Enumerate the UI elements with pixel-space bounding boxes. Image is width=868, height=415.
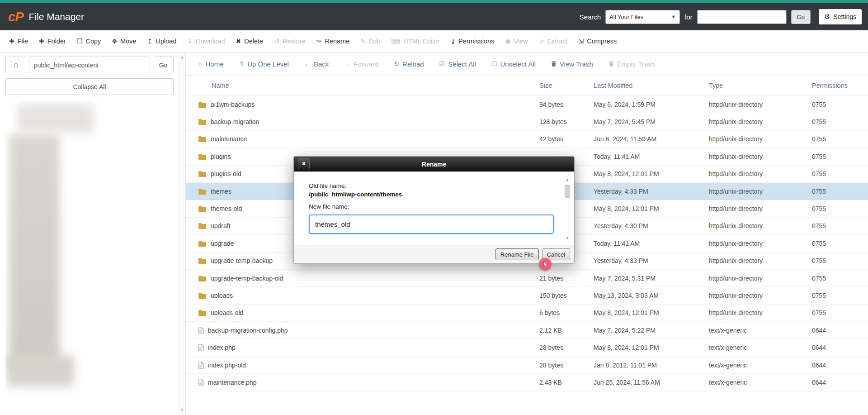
file-type: httpd/unix-directory (709, 222, 812, 229)
file-name-cell: maintenance (198, 135, 539, 143)
toolbar-button-html-editor[interactable]: ⌨ HTML Editor (386, 34, 445, 48)
collapse-all-button[interactable]: Collapse All (5, 78, 174, 95)
toolbar-button-delete[interactable]: ✖ Delete (231, 34, 269, 48)
file-permissions: 0644 (812, 379, 868, 386)
toolbar-button-file[interactable]: ✚ File (4, 34, 33, 48)
file-modified: May 6, 2024, 1:59 PM (594, 101, 709, 108)
file-modified: May 8, 2024, 12:01 PM (594, 205, 709, 212)
column-header-last-modified[interactable]: Last Modified (594, 82, 709, 89)
table-row[interactable]: index.php 28 bytes May 8, 2024, 12:01 PM… (186, 339, 868, 356)
toolbar-button-move[interactable]: ✥ Move (106, 34, 142, 48)
reload-icon: ↻ (394, 61, 399, 67)
nav-link-reload[interactable]: ↻ Reload (394, 60, 424, 68)
nav-link-unselect-all[interactable]: ☐ Unselect All (491, 60, 536, 68)
file-name: backup-migration-config.php (208, 327, 288, 334)
scroll-up-icon[interactable]: ▲ (179, 55, 185, 59)
nav-label: Up One Level (247, 60, 289, 68)
column-header-name[interactable]: Name (212, 82, 539, 89)
file-icon (198, 379, 204, 386)
nav-link-up-one-level[interactable]: ⇧ Up One Level (239, 60, 288, 68)
folder-icon (198, 223, 207, 229)
toolbar-button-edit[interactable]: ✎ Edit (355, 34, 386, 48)
file-permissions: 0644 (812, 327, 868, 334)
toolbar-button-rename[interactable]: ✑ Rename (311, 34, 355, 48)
rename-dialog-body: Old file name: /public_html/wp-content/t… (294, 172, 574, 245)
toolbar-button-folder[interactable]: ✚ Folder (33, 34, 71, 48)
file-type: httpd/unix-directory (709, 292, 812, 299)
home-icon: ⌂ (14, 60, 19, 69)
file-type: httpd/unix-directory (709, 118, 812, 125)
folder-icon (198, 240, 207, 247)
restore-icon: ↺ (274, 38, 279, 44)
path-go-button[interactable]: Go (153, 57, 174, 73)
file-type: text/x-generic (709, 344, 812, 351)
toolbar-button-restore[interactable]: ↺ Restore (269, 34, 311, 48)
blur-shape (6, 355, 74, 386)
search-input[interactable] (697, 10, 787, 24)
toolbar-button-copy[interactable]: ❐ Copy (71, 34, 106, 48)
toolbar-button-compress[interactable]: ⇲ Compress (573, 34, 623, 48)
scrollbar-thumb[interactable] (565, 185, 570, 198)
file-permissions: 0755 (812, 118, 868, 125)
scroll-down-icon[interactable]: ▼ (179, 408, 185, 412)
file-name: themes (211, 188, 231, 195)
file-size: 150 bytes (539, 292, 594, 299)
rename-icon: ✑ (316, 38, 322, 44)
nav-link-select-all[interactable]: ☑ Select All (439, 60, 476, 68)
nav-label: Back (314, 60, 329, 68)
rename-file-button[interactable]: Rename File (495, 248, 539, 260)
column-header-permissions[interactable]: Permissions (812, 82, 868, 89)
toolbar-button-view[interactable]: ◉ View (500, 34, 533, 48)
file-type: httpd/unix-directory (709, 153, 812, 160)
folder-icon (198, 275, 207, 281)
column-header-size[interactable]: Size (539, 82, 594, 89)
dialog-scrollbar[interactable]: ▲ ▼ (564, 178, 571, 240)
toolbar-button-upload[interactable]: ↥ Upload (142, 34, 182, 48)
nav-link-back[interactable]: ← Back (304, 60, 329, 68)
column-header-type[interactable]: Type (709, 82, 812, 89)
settings-button[interactable]: ⚙ Settings (819, 9, 862, 24)
file-modified: May 8, 2024, 12:01 PM (594, 309, 709, 316)
scroll-up-icon[interactable]: ▲ (564, 178, 571, 182)
file-type: httpd/unix-directory (709, 101, 812, 108)
file-size: 128 bytes (539, 118, 594, 125)
file-modified: May 8, 2024, 12:01 PM (594, 344, 709, 351)
file-type: httpd/unix-directory (709, 170, 812, 177)
table-row[interactable]: ai1wm-backups 94 bytes May 6, 2024, 1:59… (186, 96, 868, 113)
toolbar-label: Compress (587, 38, 617, 45)
nav-link-empty-trash[interactable]: Empty Trash (609, 60, 655, 68)
toolbar-label: Rename (325, 38, 349, 45)
nav-link-home[interactable]: ⌂ Home (198, 60, 223, 68)
home-button[interactable]: ⌂ (5, 57, 26, 73)
table-row[interactable]: upgrade-temp-backup-old 21 bytes May 7, … (186, 270, 868, 287)
search-go-button[interactable]: Go (791, 10, 811, 24)
table-row[interactable]: maintenance.php 2.43 KB Jun 25, 2024, 11… (186, 374, 868, 391)
table-row[interactable]: uploads 150 bytes May 13, 2024, 3:03 AM … (186, 287, 868, 304)
nav-label: Reload (402, 60, 424, 68)
nav-link-forward[interactable]: → Forward (344, 60, 378, 68)
table-row[interactable]: index.php-old 28 bytes Jan 8, 2012, 11:0… (186, 357, 868, 374)
table-row[interactable]: maintenance 42 bytes Jun 6, 2024, 11:59 … (186, 131, 868, 148)
path-input[interactable] (29, 57, 150, 73)
file-nav: ⌂ Home ⇧ Up One Level ← Back → Forward ↻… (186, 52, 868, 76)
table-row[interactable]: backup-migration 128 bytes May 7, 2024, … (186, 113, 868, 130)
new-file-name-input[interactable] (309, 215, 554, 234)
nav-link-view-trash[interactable]: View Trash (551, 60, 593, 68)
scroll-down-icon[interactable]: ▼ (564, 236, 571, 240)
close-button[interactable]: ✖ (298, 158, 310, 169)
file-size: 28 bytes (539, 344, 594, 351)
table-row[interactable]: uploads-old 6 bytes May 8, 2024, 12:01 P… (186, 305, 868, 322)
search-scope-select[interactable]: All Your Files ▼ (605, 10, 680, 24)
sidebar-scrollbar[interactable]: ▲ ▼ (179, 52, 185, 415)
file-name-cell: backup-migration (198, 118, 539, 125)
toolbar-button-permissions[interactable]: ⚷ Permissions (445, 34, 500, 48)
brand: cP File Manager (8, 10, 84, 24)
table-row[interactable]: backup-migration-config.php 2.12 KB May … (186, 322, 868, 339)
file-modified: May 7, 2024, 5:31 PM (594, 275, 709, 282)
toolbar-label: Copy (86, 38, 101, 45)
folder-icon (198, 153, 207, 160)
toolbar-button-extract[interactable]: ⇗ Extract (533, 34, 573, 48)
toolbar-button-download[interactable]: ↧ Download (182, 34, 230, 48)
file-permissions: 0755 (812, 240, 868, 247)
file-name-cell: uploads-old (198, 309, 539, 316)
